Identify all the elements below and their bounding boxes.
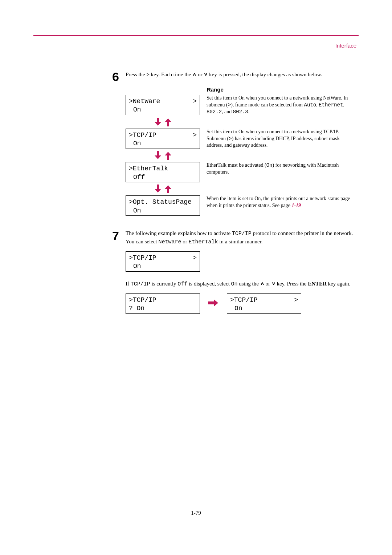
- lcd-line1: >TCP/IP: [129, 254, 156, 262]
- content-area: 6 Press the > key. Each time the ∧ or ∨ …: [110, 70, 354, 314]
- menu-row-tcpip: >TCP/IP> On Set this item to On when you…: [126, 129, 354, 149]
- text: key. Press the: [275, 281, 308, 287]
- lcd-line2: On: [129, 262, 197, 271]
- text: key again.: [327, 281, 350, 287]
- lcd-submenu-indicator: >: [193, 97, 197, 106]
- lcd-submenu-indicator: >: [294, 296, 298, 304]
- lcd-display: >TCP/IP> On: [126, 251, 200, 272]
- text: or: [196, 72, 204, 77]
- lcd-display: >EtherTalk Off: [126, 162, 200, 182]
- down-key-icon: ∨: [271, 281, 275, 286]
- example-row-2: >TCP/IP ? On >TCP/IP> On: [126, 293, 354, 314]
- lcd-line1: >TCP/IP: [129, 296, 156, 304]
- text: or: [264, 281, 271, 287]
- text: is displayed, select: [187, 281, 231, 287]
- lcd-display: >TCP/IP> On: [126, 129, 200, 149]
- lcd-display: >Opt. StatusPage On: [126, 195, 200, 216]
- key-gt: >: [147, 72, 150, 77]
- text: EtherTalk must be activated (: [207, 162, 266, 168]
- description: EtherTalk must be activated (On) for net…: [207, 162, 354, 176]
- text: , and: [222, 109, 233, 114]
- text: ,: [343, 102, 344, 108]
- text: When the item is set to On, the printer …: [207, 196, 350, 208]
- enter-key: ENTER: [308, 281, 327, 287]
- lcd-line2: Off: [129, 173, 197, 182]
- lcd-line1: >TCP/IP: [230, 296, 258, 304]
- code: Auto: [304, 102, 316, 108]
- range-heading: Range: [207, 86, 354, 93]
- section-header: Interface: [33, 42, 359, 49]
- lcd-submenu-indicator: >: [193, 254, 197, 262]
- step7-para2: If TCP/IP is currently Off is displayed,…: [126, 280, 354, 288]
- lcd-display: >TCP/IP ? On: [126, 293, 200, 314]
- lcd-line2: On: [129, 139, 197, 148]
- right-arrow-icon: [208, 299, 219, 308]
- code: TCP/IP: [131, 281, 150, 287]
- text: ), frame mode can be selected from: [231, 102, 304, 108]
- text: If: [126, 281, 131, 287]
- lcd-line1: >NetWare: [129, 97, 160, 106]
- code: 802.3: [233, 109, 248, 115]
- code: On: [231, 281, 238, 287]
- lcd-line1: >Opt. StatusPage: [129, 198, 192, 206]
- svg-marker-6: [208, 299, 218, 307]
- up-key-icon: ∧: [192, 72, 196, 77]
- svg-marker-4: [155, 185, 161, 193]
- menu-row-ethertalk: >EtherTalk Off EtherTalk must be activat…: [126, 162, 354, 182]
- code: TCP/IP: [232, 231, 252, 237]
- text: key is pressed, the display changes as s…: [208, 72, 322, 77]
- svg-marker-5: [165, 185, 171, 193]
- step-6: 6 Press the > key. Each time the ∧ or ∨ …: [110, 70, 354, 83]
- text: in a similar manner.: [218, 239, 263, 244]
- down-up-arrow-icon: [126, 151, 200, 160]
- lcd-submenu-indicator: >: [193, 131, 197, 139]
- description: When the item is set to On, the printer …: [207, 195, 354, 209]
- step-body: The following example explains how to ac…: [126, 230, 354, 246]
- text: key. Each time the: [150, 72, 192, 77]
- step-number: 7: [110, 230, 119, 242]
- lcd-display: >NetWare> On: [126, 95, 200, 115]
- lcd-display: >TCP/IP> On: [227, 293, 301, 314]
- text: or: [181, 239, 189, 244]
- svg-marker-0: [155, 118, 161, 126]
- step-7: 7 The following example explains how to …: [110, 230, 354, 246]
- svg-marker-3: [165, 152, 171, 160]
- text: using the: [238, 281, 260, 287]
- code: EtherTalk: [189, 239, 218, 245]
- text: Press the: [126, 72, 147, 77]
- code: On: [266, 162, 273, 168]
- description: Set this item to On when you connect to …: [207, 95, 354, 116]
- code: 802.2: [207, 109, 222, 115]
- code: Ethernet: [319, 102, 343, 108]
- lcd-line2: On: [129, 207, 197, 215]
- code: >: [228, 102, 231, 108]
- page-frame: Interface 6 Press the > key. Each time t…: [33, 35, 359, 520]
- step-number: 6: [110, 70, 119, 83]
- example-row-1: >TCP/IP> On: [126, 251, 354, 272]
- down-up-arrow-icon: [126, 185, 200, 193]
- page-number: 1-79: [33, 510, 359, 516]
- step-body: Press the > key. Each time the ∧ or ∨ ke…: [126, 70, 354, 79]
- lcd-line2: On: [230, 304, 298, 313]
- description: Set this item to On when you connect to …: [207, 129, 354, 149]
- down-up-arrow-icon: [126, 118, 200, 126]
- menu-row-statuspage: >Opt. StatusPage On When the item is set…: [126, 195, 354, 216]
- code: Off: [177, 281, 187, 287]
- down-key-icon: ∨: [204, 72, 208, 77]
- lcd-line2: On: [129, 106, 197, 114]
- lcd-line2: ? On: [129, 304, 197, 313]
- menu-row-netware: >NetWare> On Set this item to On when yo…: [126, 95, 354, 116]
- svg-marker-1: [165, 118, 171, 126]
- text: The following example explains how to ac…: [126, 230, 232, 236]
- page-reference-link[interactable]: 1-19: [291, 203, 301, 208]
- lcd-line1: >TCP/IP: [129, 131, 156, 139]
- lcd-line1: >EtherTalk: [129, 165, 168, 173]
- up-key-icon: ∧: [260, 281, 264, 286]
- text: is currently: [150, 281, 177, 287]
- svg-marker-2: [155, 151, 161, 159]
- code: Netware: [159, 239, 181, 245]
- text: .: [248, 109, 250, 114]
